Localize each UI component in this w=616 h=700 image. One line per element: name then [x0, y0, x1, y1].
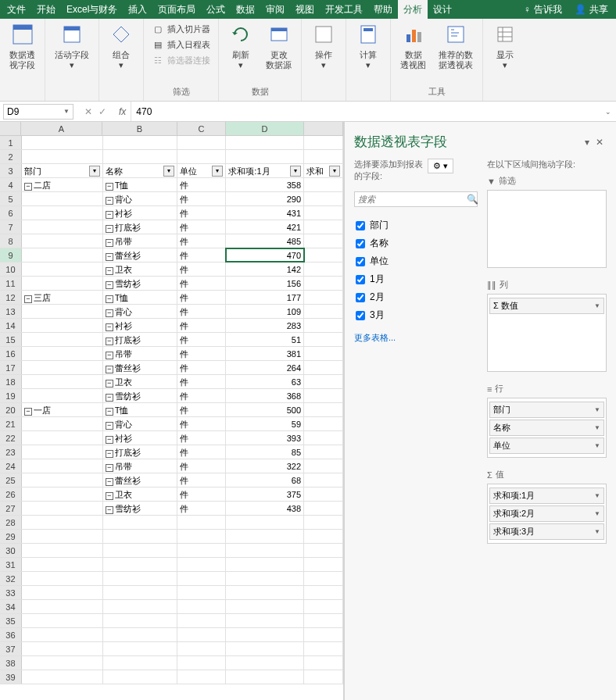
cell[interactable]: −背心	[103, 417, 178, 430]
cell[interactable]: −吊带	[103, 234, 178, 248]
tab-页面布局[interactable]: 页面布局	[152, 0, 201, 20]
cell[interactable]: 件	[177, 403, 226, 416]
cell[interactable]	[22, 628, 103, 641]
field-checkbox[interactable]	[356, 239, 365, 248]
row-header[interactable]: 38	[0, 656, 22, 670]
cell[interactable]: 142	[226, 262, 304, 276]
cell[interactable]	[304, 586, 343, 599]
cell[interactable]	[304, 431, 343, 445]
cell[interactable]	[22, 305, 103, 318]
cell[interactable]	[22, 558, 103, 571]
cell[interactable]	[304, 459, 343, 473]
tab-开始[interactable]: 开始	[31, 0, 61, 20]
collapse-icon[interactable]: −	[106, 338, 113, 345]
cell[interactable]: −吊带	[103, 459, 178, 473]
cell[interactable]: 件	[177, 305, 226, 318]
cell[interactable]	[103, 586, 178, 599]
cell[interactable]	[22, 206, 103, 220]
cell[interactable]	[304, 291, 343, 304]
column-header-D[interactable]: D	[226, 122, 304, 135]
insert-timeline-button[interactable]: ▤插入日程表	[149, 38, 213, 52]
spreadsheet-grid[interactable]: ABCD 123部门▾名称▾单位▾求和项:1月▾求和▾4−二店−T恤件3585−…	[0, 122, 344, 700]
cell[interactable]	[304, 558, 343, 571]
cell[interactable]: −卫衣	[103, 488, 178, 501]
more-tables-link[interactable]: 更多表格...	[354, 332, 478, 344]
tab-设计[interactable]: 设计	[428, 0, 457, 20]
cell[interactable]: 件	[177, 459, 226, 473]
cell[interactable]	[304, 642, 343, 655]
cell[interactable]	[22, 544, 103, 557]
field-item[interactable]: 单位	[354, 252, 478, 270]
row-header[interactable]: 28	[0, 516, 22, 529]
cell[interactable]: 件	[177, 291, 226, 304]
tab-Excel与财务[interactable]: Excel与财务	[61, 0, 123, 20]
row-header[interactable]: 33	[0, 586, 22, 599]
row-header[interactable]: 23	[0, 445, 22, 459]
filter-dropdown-icon[interactable]: ▾	[163, 166, 174, 177]
cell[interactable]	[22, 516, 103, 529]
cell[interactable]: −T恤	[103, 178, 178, 191]
field-checkbox[interactable]	[356, 257, 365, 266]
cell[interactable]: 393	[226, 431, 304, 445]
row-header[interactable]: 3	[0, 164, 22, 177]
cell[interactable]: 109	[226, 305, 304, 318]
collapse-icon[interactable]: −	[106, 323, 113, 331]
field-search[interactable]: 🔍	[354, 191, 478, 207]
collapse-icon[interactable]: −	[106, 281, 113, 289]
actions-button[interactable]: 操作▾	[306, 20, 341, 72]
collapse-icon[interactable]: −	[106, 450, 113, 458]
cell[interactable]	[22, 473, 103, 487]
column-header-A[interactable]: A	[21, 122, 102, 135]
formula-input[interactable]: 470	[131, 102, 600, 121]
cell[interactable]	[226, 656, 304, 670]
cell[interactable]: 322	[226, 459, 304, 473]
cell[interactable]	[177, 656, 226, 670]
collapse-icon[interactable]: −	[106, 436, 113, 444]
cell[interactable]: 单位▾	[177, 164, 226, 177]
collapse-icon[interactable]: −	[24, 408, 32, 416]
cell[interactable]	[22, 136, 103, 149]
name-box[interactable]: D9▼	[3, 104, 73, 120]
collapse-icon[interactable]: −	[106, 225, 113, 233]
cell[interactable]	[304, 277, 343, 290]
cell[interactable]: 438	[226, 502, 304, 515]
cell[interactable]	[103, 670, 178, 684]
row-header[interactable]: 21	[0, 417, 22, 430]
tab-数据[interactable]: 数据	[231, 0, 260, 20]
cell[interactable]: 85	[226, 445, 304, 459]
cell[interactable]	[103, 600, 178, 613]
cell[interactable]	[226, 530, 304, 543]
row-header[interactable]: 15	[0, 333, 22, 346]
cell[interactable]	[103, 628, 178, 641]
cell[interactable]	[177, 614, 226, 627]
cell[interactable]	[103, 558, 178, 571]
collapse-icon[interactable]: −	[106, 197, 113, 205]
cell[interactable]	[304, 600, 343, 613]
cell[interactable]	[226, 600, 304, 613]
collapse-icon[interactable]: −	[106, 211, 113, 219]
cell[interactable]	[304, 628, 343, 641]
filter-dropdown-icon[interactable]: ▾	[329, 166, 340, 177]
cell[interactable]	[226, 628, 304, 641]
tab-帮助[interactable]: 帮助	[368, 0, 398, 20]
cell[interactable]: 63	[226, 375, 304, 388]
row-header[interactable]: 11	[0, 277, 22, 290]
cell[interactable]	[22, 417, 103, 430]
cell[interactable]	[304, 656, 343, 670]
cell[interactable]	[22, 277, 103, 290]
collapse-icon[interactable]: −	[106, 422, 113, 430]
cell[interactable]: 件	[177, 333, 226, 346]
cell[interactable]: 求和项:1月▾	[226, 164, 304, 177]
field-checkbox[interactable]	[356, 311, 365, 320]
columns-dropzone[interactable]: Σ 数值▼	[487, 294, 607, 372]
filter-dropdown-icon[interactable]: ▾	[89, 166, 100, 177]
collapse-icon[interactable]: −	[106, 267, 113, 275]
cell[interactable]	[177, 544, 226, 557]
cell[interactable]	[304, 572, 343, 585]
cell[interactable]: 件	[177, 178, 226, 191]
cell[interactable]: 件	[177, 361, 226, 374]
cell[interactable]	[22, 600, 103, 613]
share-button[interactable]: 👤 共享	[568, 3, 614, 16]
row-header[interactable]: 26	[0, 488, 22, 501]
cell[interactable]	[304, 220, 343, 234]
